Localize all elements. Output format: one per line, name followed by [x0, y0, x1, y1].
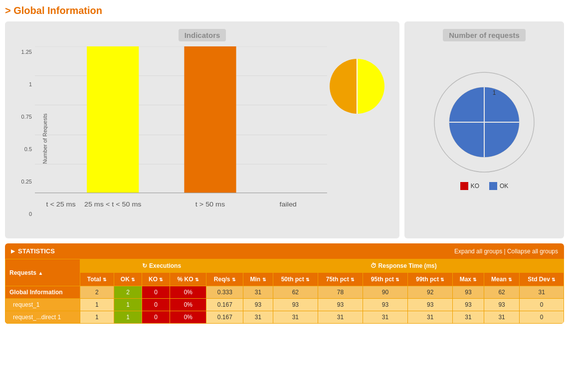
th-response-time: ⏱Response Time (ms) [243, 259, 564, 273]
requests-chart-box: Number of requests [404, 21, 564, 238]
y-axis-label: Number of Requests [42, 114, 48, 164]
ko-label: KO [471, 183, 479, 190]
svg-text:1: 1 [493, 89, 496, 96]
svg-text:25 ms < t < 50 ms: 25 ms < t < 50 ms [84, 201, 142, 208]
header-row-2: Total ⇅ OK ⇅ KO ⇅ % KO ⇅ Req/s ⇅ Min ⇅ 5… [5, 273, 564, 286]
th-requests: Requests ▲ [5, 259, 80, 286]
y-tick-0: 0 [29, 211, 32, 217]
charts-row: Indicators 1.25 1 0.75 0.5 0.25 0 Number… [5, 21, 564, 238]
th-std-dev: Std Dev ⇅ [520, 273, 564, 286]
y-tick-025: 0.25 [21, 179, 32, 185]
th-ok: OK ⇅ [114, 273, 142, 286]
table-row: request_11100%0.167939393939393930 [5, 299, 564, 311]
mini-pie-chart [327, 56, 387, 118]
stats-table: Requests ▲ ↻Executions ⏱Response Time (m… [5, 259, 564, 324]
bar-25-50ms [87, 46, 139, 193]
legend-ok: OK [489, 182, 508, 190]
requests-pie-svg: 1 [429, 62, 539, 177]
header-row-1: Requests ▲ ↻Executions ⏱Response Time (m… [5, 259, 564, 273]
y-tick-1: 1 [29, 81, 32, 87]
bar-gt50ms [184, 46, 236, 193]
y-tick-05: 0.5 [24, 146, 32, 152]
indicators-chart-title: Indicators [179, 29, 226, 41]
th-min: Min ⇅ [243, 273, 273, 286]
indicators-chart-box: Indicators 1.25 1 0.75 0.5 0.25 0 Number… [5, 21, 399, 238]
th-mean: Mean ⇅ [484, 273, 520, 286]
table-row: Global Information2200%0.333316278909293… [5, 286, 564, 299]
th-p50: 50th pct ⇅ [273, 273, 318, 286]
th-p95: 95th pct ⇅ [363, 273, 407, 286]
table-row: request_...direct 11100%0.16731313131313… [5, 311, 564, 324]
stats-triangle-icon: ▶ [11, 248, 15, 254]
th-executions: ↻Executions [80, 259, 243, 273]
statistics-section: ▶ STATISTICS Expand all groups | Collaps… [5, 243, 564, 324]
y-tick-075: 0.75 [21, 114, 32, 120]
title-text: Global Information [13, 5, 102, 16]
y-tick-125: 1.25 [21, 49, 32, 55]
th-req-s: Req/s ⇅ [206, 273, 243, 286]
th-ko: KO ⇅ [142, 273, 170, 286]
chart-legend: KO OK [460, 182, 509, 190]
ok-color-swatch [489, 182, 497, 190]
requests-chart-title: Number of requests [443, 29, 526, 41]
th-p75: 75th pct ⇅ [318, 273, 363, 286]
svg-text:t > 50 ms: t > 50 ms [195, 201, 225, 208]
page-title: > Global Information [5, 5, 564, 16]
th-total: Total ⇅ [80, 273, 114, 286]
svg-text:t < 25 ms: t < 25 ms [46, 201, 76, 208]
th-p99: 99th pct ⇅ [408, 273, 453, 286]
th-pct-ko: % KO ⇅ [170, 273, 206, 286]
th-max: Max ⇅ [453, 273, 484, 286]
stats-links: Expand all groups | Collapse all groups [454, 248, 558, 255]
legend-ko: KO [460, 182, 479, 190]
ok-label: OK [500, 183, 508, 190]
svg-text:failed: failed [280, 201, 297, 208]
stats-header: ▶ STATISTICS Expand all groups | Collaps… [5, 243, 564, 259]
expand-all-link[interactable]: Expand all groups [454, 248, 502, 255]
title-arrow: > [5, 5, 11, 16]
stats-title-area: ▶ STATISTICS [11, 247, 55, 255]
collapse-all-link[interactable]: Collapse all groups [507, 248, 558, 255]
stats-title-text: STATISTICS [18, 247, 55, 255]
ko-color-swatch [460, 182, 468, 190]
